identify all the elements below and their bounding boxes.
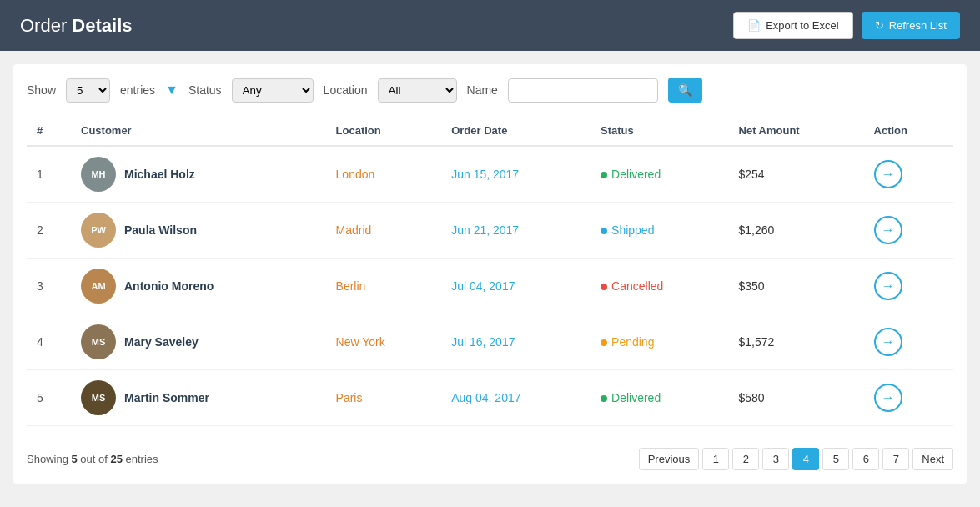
avatar: MS [81, 324, 116, 359]
table-controls: Show 5 10 25 50 entries ▼ Status Any Del… [27, 78, 953, 103]
page-5-button[interactable]: 5 [822, 448, 849, 470]
location-cell: London [326, 146, 442, 203]
name-input[interactable] [508, 78, 658, 103]
action-cell: → [864, 370, 953, 426]
refresh-label: Refresh List [889, 19, 947, 32]
net-amount-value: $254 [729, 146, 864, 203]
table-row: 2 PW Paula Wilson Madrid Jun 21, 2017 Sh… [27, 203, 953, 259]
page-6-button[interactable]: 6 [852, 448, 879, 470]
status-dot [601, 395, 607, 402]
order-date-cell: Jul 04, 2017 [441, 259, 591, 314]
location-value: New York [336, 335, 385, 349]
status-cell: Delivered [591, 146, 728, 203]
customer-name: Antonio Moreno [124, 279, 214, 293]
row-num: 3 [27, 259, 71, 314]
location-value: Paris [336, 391, 363, 404]
customer-cell: MH Michael Holz [71, 146, 326, 203]
name-label: Name [467, 83, 498, 97]
customer-name: Mary Saveley [124, 335, 199, 349]
location-cell: Paris [326, 370, 442, 426]
status-value: Delivered [601, 391, 661, 404]
status-select[interactable]: Any Delivered Shipped Cancelled Pending [232, 78, 314, 103]
page-header: Order Details 📄 Export to Excel ↻ Refres… [0, 0, 980, 51]
search-icon: 🔍 [678, 83, 692, 97]
export-button[interactable]: 📄 Export to Excel [733, 12, 852, 39]
col-num: # [27, 116, 71, 146]
location-cell: Madrid [326, 203, 442, 259]
table-row: 3 AM Antonio Moreno Berlin Jul 04, 2017 … [27, 259, 953, 314]
location-cell: New York [326, 314, 442, 370]
status-cell: Delivered [591, 370, 728, 426]
status-dot [601, 172, 607, 178]
page-3-button[interactable]: 3 [762, 448, 789, 470]
customer-name: Michael Holz [124, 168, 195, 181]
col-status: Status [591, 116, 728, 146]
net-amount-value: $580 [729, 370, 864, 426]
action-button[interactable]: → [874, 328, 902, 356]
avatar: PW [81, 213, 116, 248]
title-normal: Order [20, 15, 72, 36]
row-num: 5 [27, 370, 71, 426]
order-date-cell: Aug 04, 2017 [441, 370, 591, 426]
customer-cell: AM Antonio Moreno [71, 259, 326, 314]
refresh-button[interactable]: ↻ Refresh List [862, 12, 960, 39]
avatar: AM [81, 269, 116, 304]
location-select[interactable]: All London Madrid Berlin New York Paris [378, 78, 457, 103]
col-action: Action [864, 116, 953, 146]
order-date-value: Jul 04, 2017 [451, 279, 515, 293]
table-row: 5 MS Martin Sommer Paris Aug 04, 2017 De… [27, 370, 953, 426]
refresh-icon: ↻ [875, 19, 884, 32]
customer-name: Paula Wilson [124, 223, 197, 237]
order-date-cell: Jul 16, 2017 [441, 314, 591, 370]
status-cell: Shipped [591, 203, 728, 259]
order-date-value: Jun 15, 2017 [451, 168, 519, 181]
page-7-button[interactable]: 7 [882, 448, 909, 470]
status-value: Cancelled [601, 279, 663, 293]
col-order-date: Order Date [441, 116, 591, 146]
customer-cell: MS Mary Saveley [71, 314, 326, 370]
export-label: Export to Excel [766, 19, 838, 32]
page-4-button[interactable]: 4 [792, 448, 819, 470]
order-date-value: Aug 04, 2017 [451, 391, 520, 404]
table-row: 1 MH Michael Holz London Jun 15, 2017 De… [27, 146, 953, 203]
customer-cell: PW Paula Wilson [71, 203, 326, 259]
page-previous-button[interactable]: Previous [639, 448, 700, 470]
status-cell: Cancelled [591, 259, 728, 314]
location-value: Madrid [336, 223, 372, 237]
action-button[interactable]: → [874, 216, 902, 244]
location-cell: Berlin [326, 259, 442, 314]
status-dot [601, 339, 607, 346]
show-entries-select[interactable]: 5 10 25 50 [66, 78, 110, 103]
search-button[interactable]: 🔍 [668, 78, 702, 103]
action-button[interactable]: → [874, 384, 902, 412]
orders-table: # Customer Location Order Date Status Ne… [27, 116, 953, 426]
action-cell: → [864, 146, 953, 203]
action-button[interactable]: → [874, 272, 902, 300]
order-date-cell: Jun 21, 2017 [441, 203, 591, 259]
col-location: Location [326, 116, 442, 146]
status-cell: Pending [591, 314, 728, 370]
order-date-value: Jun 21, 2017 [451, 223, 519, 237]
page-title: Order Details [20, 15, 133, 37]
action-button[interactable]: → [874, 160, 902, 188]
page-next-button[interactable]: Next [912, 448, 953, 470]
page-1-button[interactable]: 1 [702, 448, 729, 470]
location-label: Location [324, 83, 368, 97]
filter-icon: ▼ [165, 83, 178, 98]
location-value: London [336, 168, 375, 181]
net-amount-value: $1,572 [729, 314, 864, 370]
avatar: MH [81, 157, 116, 192]
page-2-button[interactable]: 2 [732, 448, 759, 470]
showing-text: Showing 5 out of 25 entries [27, 453, 158, 465]
status-dot [601, 284, 607, 290]
col-net-amount: Net Amount [729, 116, 864, 146]
order-date-value: Jul 16, 2017 [451, 335, 515, 349]
col-customer: Customer [71, 116, 326, 146]
row-num: 1 [27, 146, 71, 203]
net-amount-value: $1,260 [729, 203, 864, 259]
action-cell: → [864, 259, 953, 314]
table-footer: Showing 5 out of 25 entries Previous 1 2… [27, 439, 953, 470]
avatar: MS [81, 380, 116, 415]
export-icon: 📄 [747, 19, 761, 32]
row-num: 4 [27, 314, 71, 370]
